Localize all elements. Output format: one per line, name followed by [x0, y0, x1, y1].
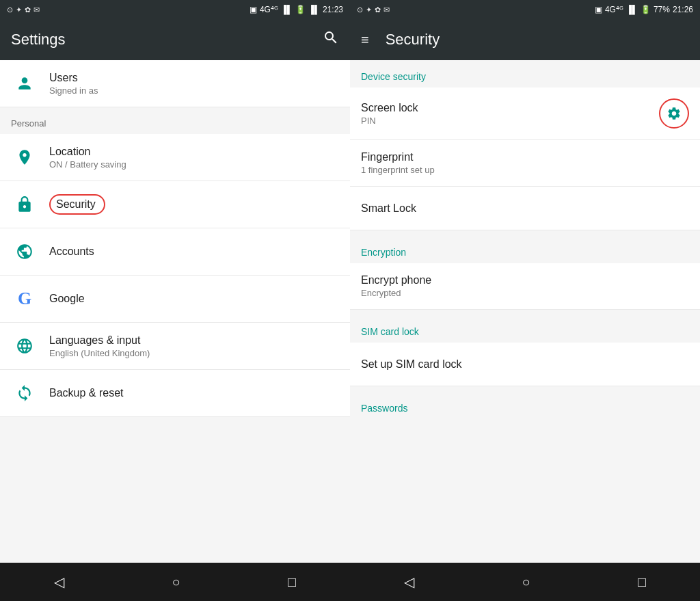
- recent-button-left[interactable]: □: [271, 569, 312, 596]
- status-left-icons: ⊙ ✦ ✿ ✉: [7, 5, 40, 14]
- security-panel: ⊙ ✦ ✿ ✉ ▣ 4G⁴ᴳ ▐▌ 🔋 77% 21:26 ≡ Security…: [350, 0, 700, 601]
- status-icon-r2: ✦: [366, 5, 372, 14]
- time-right: 21:26: [673, 5, 693, 14]
- fingerprint-title: Fingerprint: [361, 151, 689, 163]
- list-item-google[interactable]: G Google: [0, 276, 350, 323]
- security-app-bar: ≡ Security: [350, 19, 700, 60]
- screen-lock-text: Screen lock PIN: [361, 102, 659, 126]
- personal-header: Personal: [0, 107, 350, 134]
- back-button-right[interactable]: ◁: [388, 568, 431, 596]
- accounts-text: Accounts: [49, 245, 94, 258]
- gap-2: [350, 310, 700, 315]
- passwords-header: Passwords: [350, 392, 700, 419]
- location-text: Location ON / Battery saving: [49, 146, 126, 170]
- battery-icon-right: 🔋: [641, 5, 651, 14]
- encrypt-phone-subtitle: Encrypted: [361, 288, 689, 298]
- gap-1: [350, 230, 700, 236]
- network-icon-right: 4G⁴ᴳ: [605, 5, 623, 14]
- screen-lock-item[interactable]: Screen lock PIN: [350, 88, 700, 140]
- status-icon-1: ⊙: [7, 5, 13, 14]
- list-item-location[interactable]: Location ON / Battery saving: [0, 134, 350, 181]
- smart-lock-text: Smart Lock: [361, 202, 689, 215]
- status-right-info: ▣ 4G⁴ᴳ ▐▌ 🔋 ▐▌ 21:23: [250, 5, 343, 14]
- location-subtitle: ON / Battery saving: [49, 159, 126, 170]
- time-left: 21:23: [323, 5, 343, 14]
- status-icon-3: ✿: [25, 5, 31, 14]
- home-button-right[interactable]: ○: [505, 569, 546, 596]
- vibrate-icon-right: ▣: [595, 5, 602, 14]
- signal-icon-right: ▐▌: [626, 5, 638, 14]
- fingerprint-item[interactable]: Fingerprint 1 fingerprint set up: [350, 140, 700, 187]
- list-item-accounts[interactable]: Accounts: [0, 228, 350, 276]
- settings-panel: ⊙ ✦ ✿ ✉ ▣ 4G⁴ᴳ ▐▌ 🔋 ▐▌ 21:23 Settings: [0, 0, 350, 601]
- back-button-left[interactable]: ◁: [38, 568, 81, 596]
- network-icon: 4G⁴ᴳ: [260, 5, 278, 14]
- google-title: Google: [49, 293, 85, 305]
- google-icon: G: [11, 285, 38, 312]
- status-icon-2: ✦: [16, 5, 22, 14]
- status-icon-4: ✉: [33, 5, 40, 14]
- screen-lock-title: Screen lock: [361, 102, 659, 114]
- signal-icon: ▐▌: [281, 5, 293, 14]
- security-app-bar-title: Security: [386, 31, 689, 49]
- encryption-header: Encryption: [350, 236, 700, 263]
- google-text: Google: [49, 293, 85, 305]
- search-icon[interactable]: [323, 29, 339, 50]
- status-left-icons-right: ⊙ ✦ ✿ ✉: [357, 5, 390, 14]
- battery-percent: ▐▌: [308, 5, 320, 14]
- settings-title: Settings: [11, 31, 323, 49]
- status-bar-right: ⊙ ✦ ✿ ✉ ▣ 4G⁴ᴳ ▐▌ 🔋 77% 21:26: [350, 0, 700, 19]
- fingerprint-subtitle: 1 fingerprint set up: [361, 165, 689, 175]
- list-item-languages[interactable]: Languages & input English (United Kingdo…: [0, 323, 350, 370]
- hamburger-menu-icon[interactable]: ≡: [361, 32, 369, 48]
- status-bar-left: ⊙ ✦ ✿ ✉ ▣ 4G⁴ᴳ ▐▌ 🔋 ▐▌ 21:23: [0, 0, 350, 19]
- location-title: Location: [49, 146, 126, 158]
- device-security-header: Device security: [350, 60, 700, 88]
- list-item-users[interactable]: Users Signed in as: [0, 60, 350, 107]
- users-subtitle: Signed in as: [49, 85, 98, 96]
- sim-card-lock-item[interactable]: Set up SIM card lock: [350, 343, 700, 386]
- languages-title: Languages & input: [49, 334, 150, 347]
- accounts-title: Accounts: [49, 245, 94, 258]
- screen-lock-subtitle: PIN: [361, 116, 659, 126]
- users-text: Users Signed in as: [49, 72, 98, 96]
- sim-card-lock-text: Set up SIM card lock: [361, 358, 689, 371]
- sim-card-lock-title: Set up SIM card lock: [361, 358, 689, 371]
- backup-title: Backup & reset: [49, 387, 124, 399]
- security-content: Device security Screen lock PIN Fingerpr…: [350, 60, 700, 563]
- settings-content: Users Signed in as Personal Location ON …: [0, 60, 350, 563]
- smart-lock-item[interactable]: Smart Lock: [350, 187, 700, 230]
- encrypt-phone-item[interactable]: Encrypt phone Encrypted: [350, 263, 700, 310]
- battery-percent-right: 77%: [654, 5, 670, 14]
- backup-icon: [11, 379, 38, 407]
- nav-bar-left: ◁ ○ □: [0, 563, 350, 601]
- vibrate-icon: ▣: [250, 5, 257, 14]
- users-title: Users: [49, 72, 98, 84]
- security-title: Security: [56, 198, 96, 211]
- encrypt-phone-text: Encrypt phone Encrypted: [361, 274, 689, 298]
- screen-lock-gear-button[interactable]: [659, 98, 689, 129]
- sim-card-lock-header: SIM card lock: [350, 315, 700, 343]
- languages-text: Languages & input English (United Kingdo…: [49, 334, 150, 358]
- security-circle-highlight: Security: [49, 194, 105, 215]
- fingerprint-text: Fingerprint 1 fingerprint set up: [361, 151, 689, 175]
- security-icon: [11, 191, 38, 218]
- location-icon: [11, 144, 38, 171]
- list-item-security[interactable]: Security: [0, 181, 350, 228]
- encrypt-phone-title: Encrypt phone: [361, 274, 689, 286]
- battery-icon: 🔋: [295, 5, 306, 14]
- settings-app-bar: Settings: [0, 19, 350, 60]
- list-item-backup[interactable]: Backup & reset: [0, 370, 350, 417]
- status-icon-r1: ⊙: [357, 5, 363, 14]
- home-button-left[interactable]: ○: [155, 569, 196, 596]
- status-icon-r3: ✿: [375, 5, 381, 14]
- recent-button-right[interactable]: □: [621, 569, 662, 596]
- backup-text: Backup & reset: [49, 387, 124, 399]
- gap-3: [350, 386, 700, 392]
- users-icon: [11, 70, 38, 97]
- smart-lock-title: Smart Lock: [361, 202, 689, 215]
- status-icon-r4: ✉: [383, 5, 390, 14]
- status-right-info-right: ▣ 4G⁴ᴳ ▐▌ 🔋 77% 21:26: [595, 5, 693, 14]
- nav-bar-right: ◁ ○ □: [350, 563, 700, 601]
- languages-subtitle: English (United Kingdom): [49, 348, 150, 358]
